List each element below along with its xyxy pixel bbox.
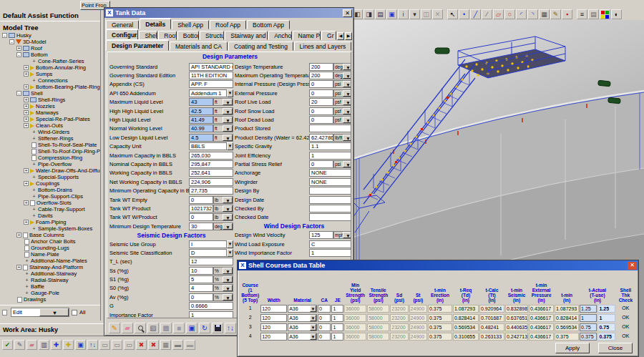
field-maximum-liquid-level-input[interactable]: 43: [189, 98, 213, 106]
field-roof-dead-load-input[interactable]: 0: [309, 116, 333, 124]
chevron-down-icon[interactable]: ▼: [343, 81, 351, 87]
tab-general[interactable]: General: [106, 20, 139, 29]
sketch-tool-icon[interactable]: ✎: [550, 9, 561, 19]
field-product-density-water-62-42786-lb-ft-3--input[interactable]: 62.42786: [309, 134, 333, 142]
tree-item-connections[interactable]: +Connections: [0, 77, 100, 84]
tree-item-manways[interactable]: +Manways: [0, 109, 100, 116]
field-s0-g--unit-combo[interactable]: %▼: [213, 284, 233, 292]
tree-item-roof[interactable]: +Roof: [0, 45, 100, 52]
field-seismic-use-group-combo[interactable]: I▼: [189, 240, 233, 248]
view-split-icon[interactable]: ◨: [364, 9, 374, 19]
tree-item-clean-outs[interactable]: +Clean-Outs: [0, 122, 100, 129]
tree-item-special-supports[interactable]: +Special-Supports: [0, 174, 100, 180]
delete-mark-icon[interactable]: ✖: [136, 340, 147, 350]
field-joint-efficiency-input[interactable]: 1: [309, 152, 351, 160]
hline-2-icon[interactable]: ▬: [185, 340, 195, 350]
chevron-down-icon[interactable]: ▼: [227, 240, 233, 248]
field-maximum-capacity-in-bbls-input[interactable]: 265,030: [189, 152, 233, 160]
expand-icon[interactable]: +: [24, 104, 29, 109]
ca-input[interactable]: 0: [318, 323, 331, 331]
model-doc-icon[interactable]: ▣: [386, 9, 397, 19]
t-actual-input[interactable]: 1.25: [580, 305, 597, 313]
grid-cell-icon[interactable]: ▦: [160, 340, 171, 350]
tree-item-shell-to-roof-drip-ring-plate[interactable]: Shell-To-Roof-Drip-Ring-Plate: [0, 148, 100, 155]
delete-mark-2-icon[interactable]: ✖: [148, 340, 159, 350]
field-g-input[interactable]: 0.6666: [189, 302, 233, 310]
eraser-icon[interactable]: ▰: [26, 340, 37, 350]
field-maximum-liquid-level-unit-combo[interactable]: ft▼: [213, 98, 233, 106]
field-partial-stress-relief-unit-combo[interactable]: psi▼: [333, 160, 351, 168]
tree-item-additional-stairway[interactable]: +Additional-Stairway: [0, 270, 100, 277]
field-ss-g--input[interactable]: 10: [189, 267, 213, 275]
tree-mode-combo[interactable]: Edit ▼: [11, 308, 69, 317]
field-high-liquid-level-unit-combo[interactable]: ft▼: [213, 116, 233, 124]
tab-shell-app[interactable]: Shell App: [172, 20, 209, 29]
tab-name-plate[interactable]: Name Plate: [293, 31, 321, 40]
field-tank-wt-product-input[interactable]: 1021732: [189, 205, 213, 212]
wireframe-box-icon[interactable]: ▧: [147, 323, 159, 333]
chevron-down-icon[interactable]: ▼: [223, 197, 233, 203]
field-anchorage-input[interactable]: NONE: [309, 169, 351, 177]
shaded-box-icon[interactable]: ▩: [160, 323, 172, 333]
tab-bottom[interactable]: Bottom: [177, 31, 199, 40]
polyline-tool-icon[interactable]: ∕: [482, 9, 492, 19]
field-maximum-operating-temperature-input[interactable]: 200: [309, 72, 333, 79]
chevron-down-icon[interactable]: ▼: [310, 333, 316, 340]
tree-item-couplings[interactable]: +Couplings: [0, 180, 100, 187]
expand-icon[interactable]: +: [24, 72, 29, 77]
field-net-working-capacity-in-bbls-input[interactable]: 224,906: [189, 178, 233, 186]
field-product-density-water-62-42786-lb-ft-3--unit-combo[interactable]: lb/ft▼: [333, 134, 351, 142]
field-tank-wt-w-product-unit-combo[interactable]: lb▼: [213, 213, 233, 221]
tab-materials-and-ca[interactable]: Materials and CA: [170, 41, 228, 51]
tree-item-sample-system-boxes[interactable]: +Sample-System-Boxes: [0, 225, 100, 232]
material-dropdown[interactable]: A36▼: [288, 305, 317, 313]
close-icon[interactable]: ✕: [628, 262, 637, 270]
tree-item-bottom-drains[interactable]: +Bottom-Drains: [0, 187, 100, 193]
tab-bottom-app[interactable]: Bottom App: [247, 20, 290, 29]
field-high-high-liquid-level-input[interactable]: 42.5: [189, 107, 213, 115]
tree-item-sumps[interactable]: +Sumps: [0, 71, 100, 77]
sort-updown-icon[interactable]: ↑↓: [87, 340, 98, 350]
tree-item-compression-ring[interactable]: Compression-Ring: [0, 155, 100, 161]
dim-button-1-icon[interactable]: ▭: [99, 340, 110, 350]
shell-dialog-titlebar[interactable]: X Shell Courses Data Table ✕: [238, 260, 638, 270]
tree-item-baffle[interactable]: +Baffle: [0, 283, 100, 290]
zoom-fit-icon[interactable]: ▣: [186, 323, 197, 333]
tab-anchors[interactable]: Anchors: [268, 31, 291, 40]
field-roof-snow-load-input[interactable]: 0: [309, 107, 333, 115]
field-tank-wt-w-product-input[interactable]: 0: [189, 213, 213, 221]
dim-button-3-icon[interactable]: ▭: [124, 340, 135, 350]
expand-icon[interactable]: +: [24, 220, 29, 225]
circle-tool-icon[interactable]: ○: [504, 9, 515, 19]
collapse-icon[interactable]: -: [16, 52, 21, 57]
chevron-down-icon[interactable]: ▼: [310, 315, 316, 321]
expand-icon[interactable]: +: [24, 84, 29, 89]
sort-updown-icon[interactable]: ↑↓: [225, 323, 236, 333]
chevron-down-icon[interactable]: ▼: [343, 135, 351, 141]
chevron-down-icon[interactable]: ▼: [227, 89, 233, 97]
expand-icon[interactable]: +: [16, 265, 21, 270]
t-actual-input[interactable]: 0.75: [580, 323, 597, 331]
chevron-down-icon[interactable]: ▼: [343, 232, 351, 238]
je-input[interactable]: 1: [331, 314, 343, 322]
field-s0-g--input[interactable]: 4: [189, 284, 213, 292]
field-wind-importance-factor-input[interactable]: 1: [309, 249, 351, 257]
move-origin-icon[interactable]: ✚: [51, 340, 62, 350]
field-av-g--unit-combo[interactable]: %▼: [213, 293, 233, 301]
material-dropdown[interactable]: A36▼: [288, 323, 317, 331]
chevron-down-icon[interactable]: ▼: [227, 142, 233, 150]
tab-stairway-and-platform[interactable]: Stairway and Platform: [225, 31, 268, 40]
expand-icon[interactable]: +: [24, 200, 29, 205]
chevron-down-icon[interactable]: ▼: [223, 117, 233, 123]
collapse-icon[interactable]: -: [9, 39, 14, 44]
chevron-down-icon[interactable]: ▼: [223, 205, 233, 212]
field-roof-live-load-unit-combo[interactable]: psf▼: [333, 98, 351, 106]
expand-icon[interactable]: +: [24, 168, 29, 173]
field-roof-live-load-input[interactable]: 20: [309, 98, 333, 106]
point-tool-icon[interactable]: •: [459, 9, 469, 19]
chevron-down-icon[interactable]: ▼: [343, 117, 351, 123]
field-partial-stress-relief-input[interactable]: 0: [309, 160, 333, 168]
field-tank-wt-product-unit-combo[interactable]: lb▼: [213, 205, 233, 212]
expand-icon[interactable]: +: [24, 117, 29, 122]
tab-structure[interactable]: Structure: [200, 31, 224, 40]
